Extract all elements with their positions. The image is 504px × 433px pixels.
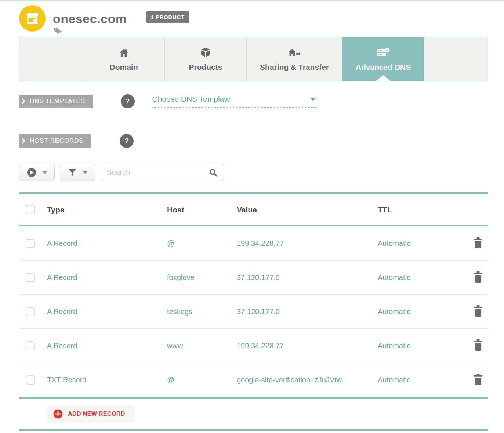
record-type[interactable]: A Record bbox=[47, 342, 167, 350]
play-circle-icon bbox=[27, 168, 36, 177]
row-checkbox[interactable] bbox=[26, 307, 35, 316]
tab-bar: Domain Products Sharing & Transfer bbox=[19, 37, 488, 81]
trash-icon bbox=[473, 271, 483, 283]
host-records-ribbon: HOST RECORDS bbox=[19, 134, 91, 148]
delete-record-button[interactable] bbox=[472, 236, 485, 251]
tab-label: Domain bbox=[109, 63, 138, 72]
tab-sharing-transfer[interactable]: Sharing & Transfer bbox=[246, 37, 342, 81]
tab-label: Advanced DNS bbox=[356, 63, 411, 72]
delete-record-button[interactable] bbox=[472, 338, 485, 353]
search-box bbox=[101, 164, 224, 181]
trash-icon bbox=[473, 305, 483, 317]
row-checkbox[interactable] bbox=[26, 341, 35, 350]
home-icon bbox=[119, 47, 129, 58]
table-row: A Record www 199.34.228.77 Automatic bbox=[19, 329, 488, 363]
bottom-divider bbox=[19, 429, 488, 431]
table-row: A Record testlogs 37.120.177.0 Automatic bbox=[19, 295, 488, 329]
record-type[interactable]: TXT Record bbox=[47, 376, 167, 384]
record-host[interactable]: @ bbox=[167, 376, 237, 384]
dns-templates-section: DNS TEMPLATES ? Choose DNS Template bbox=[19, 94, 488, 108]
dns-templates-ribbon: DNS TEMPLATES bbox=[19, 95, 93, 108]
record-ttl[interactable]: Automatic bbox=[378, 239, 468, 248]
tab-label: Products bbox=[189, 63, 222, 72]
record-type[interactable]: A Record bbox=[47, 273, 167, 282]
record-type[interactable]: A Record bbox=[47, 308, 167, 316]
search-input[interactable] bbox=[107, 168, 209, 177]
chevron-right-icon bbox=[21, 98, 25, 105]
record-host[interactable]: www bbox=[167, 342, 237, 350]
record-host[interactable]: foxglove bbox=[167, 273, 237, 282]
table-row: A Record foxglove 37.120.177.0 Automatic bbox=[19, 261, 488, 295]
add-new-record-button[interactable]: ADD NEW RECORD bbox=[46, 405, 135, 423]
record-ttl[interactable]: Automatic bbox=[378, 342, 468, 350]
record-type[interactable]: A Record bbox=[47, 239, 167, 248]
add-tag-icon[interactable] bbox=[54, 27, 62, 35]
records-toolbar bbox=[19, 164, 488, 181]
record-ttl[interactable]: Automatic bbox=[378, 376, 468, 384]
page-title: onesec.com bbox=[53, 12, 127, 26]
add-record-section: ADD NEW RECORD bbox=[19, 399, 488, 429]
chevron-down-icon bbox=[42, 171, 47, 174]
tab-products[interactable]: Products bbox=[164, 37, 246, 81]
record-host[interactable]: @ bbox=[167, 239, 237, 248]
filter-funnel-icon bbox=[68, 168, 77, 177]
dns-templates-help-button[interactable]: ? bbox=[121, 94, 135, 108]
dropdown-value: Choose DNS Template bbox=[152, 95, 231, 103]
record-value[interactable]: 37.120.177.0 bbox=[237, 308, 378, 316]
trash-icon bbox=[473, 374, 483, 385]
chevron-down-icon bbox=[310, 98, 316, 101]
dns-template-dropdown[interactable]: Choose DNS Template bbox=[152, 95, 318, 108]
column-header-ttl: TTL bbox=[378, 205, 468, 214]
host-records-table: Type Host Value TTL A Record @ 199.34.22… bbox=[19, 192, 488, 399]
table-row: TXT Record @ google-site-verification=zJ… bbox=[19, 363, 488, 397]
tab-label: Sharing & Transfer bbox=[260, 63, 329, 72]
section-label: DNS TEMPLATES bbox=[30, 98, 85, 105]
active-tab-notch bbox=[376, 75, 390, 81]
host-records-section: HOST RECORDS ? bbox=[19, 134, 488, 148]
column-header-type: Type bbox=[47, 205, 167, 214]
record-value[interactable]: google-site-verification=zJuJVtw... bbox=[237, 376, 378, 384]
house-transfer-icon bbox=[288, 47, 301, 58]
add-record-label: ADD NEW RECORD bbox=[68, 411, 125, 417]
chevron-down-icon bbox=[83, 171, 88, 174]
record-ttl[interactable]: Automatic bbox=[378, 273, 468, 282]
plus-circle-icon bbox=[53, 409, 63, 419]
tab-advanced-dns[interactable]: Advanced DNS bbox=[342, 37, 424, 81]
select-all-checkbox[interactable] bbox=[26, 205, 35, 214]
search-icon[interactable] bbox=[209, 168, 218, 177]
bulk-actions-button[interactable] bbox=[19, 164, 55, 181]
tab-spacer bbox=[19, 37, 83, 81]
record-value[interactable]: 199.34.228.77 bbox=[237, 239, 378, 248]
product-count-badge: 1 PRODUCT bbox=[146, 11, 189, 23]
record-host[interactable]: testlogs bbox=[167, 308, 237, 316]
chevron-right-icon bbox=[21, 138, 25, 144]
column-header-host: Host bbox=[167, 205, 237, 214]
row-checkbox[interactable] bbox=[26, 375, 35, 385]
delete-record-button[interactable] bbox=[472, 304, 485, 319]
table-body: A Record @ 199.34.228.77 Automatic A Rec… bbox=[19, 226, 488, 399]
delete-record-button[interactable] bbox=[472, 270, 485, 285]
dns-server-gear-icon bbox=[377, 47, 389, 58]
tab-spacer bbox=[424, 37, 488, 81]
storefront-icon bbox=[19, 5, 46, 32]
box-icon bbox=[200, 47, 211, 58]
filter-button[interactable] bbox=[60, 164, 95, 181]
table-header-row: Type Host Value TTL bbox=[19, 194, 488, 226]
trash-icon bbox=[473, 237, 483, 248]
section-label: HOST RECORDS bbox=[30, 137, 83, 145]
tab-domain[interactable]: Domain bbox=[83, 37, 164, 81]
record-ttl[interactable]: Automatic bbox=[378, 308, 468, 316]
delete-record-button[interactable] bbox=[472, 372, 485, 388]
trash-icon bbox=[473, 339, 483, 351]
host-records-help-button[interactable]: ? bbox=[120, 134, 134, 148]
column-header-value: Value bbox=[237, 205, 378, 214]
table-row: A Record @ 199.34.228.77 Automatic bbox=[19, 226, 488, 261]
domain-header: onesec.com 1 PRODUCT bbox=[19, 1, 488, 37]
row-checkbox[interactable] bbox=[26, 239, 35, 248]
record-value[interactable]: 199.34.228.77 bbox=[237, 342, 378, 350]
row-checkbox[interactable] bbox=[26, 273, 35, 282]
record-value[interactable]: 37.120.177.0 bbox=[237, 273, 378, 282]
